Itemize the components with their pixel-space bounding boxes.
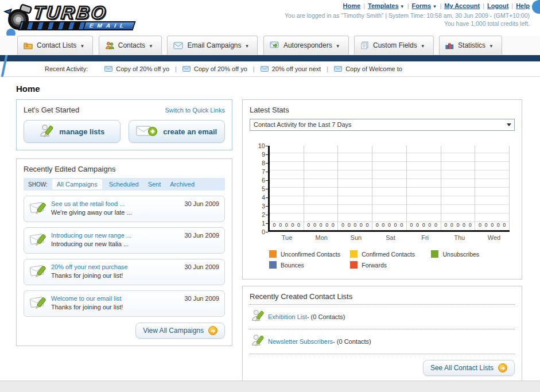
y-tick-label: 9 (262, 151, 265, 158)
top-nav-link-templates[interactable]: Templates (368, 2, 399, 9)
recent-activity-item[interactable]: 20% off your next (261, 65, 321, 72)
top-nav-link-logout[interactable]: Logout (487, 2, 508, 9)
bar-value: 0 (463, 222, 465, 228)
recent-activity-item[interactable]: Copy of 20% off yo (182, 65, 247, 72)
contact-list-link[interactable]: Exhibition List (268, 313, 307, 320)
page-title: Home (16, 84, 540, 94)
envelope-plus-icon (136, 124, 158, 139)
statistics-chart-icon (445, 38, 454, 56)
filter-sent[interactable]: Sent (148, 181, 161, 188)
tab-statistics[interactable]: Statistics▼ (439, 36, 502, 55)
filter-all-campaigns[interactable]: All Campaigns (52, 179, 102, 189)
campaign-title-link[interactable]: Introducing our new range ... (51, 232, 180, 239)
recent-activity-label: Recent Activity: (45, 65, 88, 72)
manage-lists-button[interactable]: manage lists (24, 120, 121, 143)
see-all-contact-lists-button[interactable]: See All Contact Lists ➜ (423, 360, 515, 376)
recent-contact-lists-panel: Recently Created Contact Lists Exhibitio… (242, 286, 522, 381)
contacts-people-icon (105, 38, 114, 56)
campaigns-title: Recently Edited Campaigns (24, 165, 225, 173)
chevron-down-icon: ▼ (489, 44, 494, 49)
y-tick-label: 2 (262, 211, 265, 218)
view-all-campaigns-button[interactable]: View All Campaigns ➜ (135, 323, 225, 339)
chevron-down-icon: ▼ (421, 44, 425, 49)
campaign-card[interactable]: Introducing our new range ... Introducin… (24, 227, 225, 254)
bar-value: 0 (332, 222, 335, 228)
chart-day-group: 00000 (338, 146, 372, 230)
filter-scheduled[interactable]: Scheduled (109, 181, 139, 188)
campaign-subtitle: Thanks for joining our list! (51, 272, 180, 279)
tab-autoresponders[interactable]: Autoresponders▼ (263, 36, 349, 55)
envelope-icon (182, 62, 191, 77)
right-column: Latest Stats Contact Activity for the La… (242, 99, 522, 381)
activity-separator: | (327, 65, 328, 72)
filter-archived[interactable]: Archived (170, 181, 195, 188)
y-tick-label: 3 (262, 203, 265, 209)
campaign-card[interactable]: 20% off your next purchase Thanks for jo… (24, 259, 225, 285)
chart-day-group: 00000 (441, 146, 476, 230)
bar-value: 0 (450, 222, 453, 228)
legend-item: Forwards (350, 261, 431, 269)
contact-list-count: - (0 Contacts) (307, 313, 345, 320)
chevron-down-icon (507, 123, 511, 126)
campaign-card[interactable]: See us at the retail food ... We're givi… (24, 196, 225, 222)
contact-list-link[interactable]: Newsletter Subscribers (268, 338, 333, 345)
tab-label: Contacts (118, 41, 145, 49)
dotted-divider (250, 354, 515, 354)
legend-swatch (269, 250, 277, 258)
tab-contacts[interactable]: Contacts▼ (99, 36, 162, 55)
bar-value: 0 (360, 222, 363, 228)
bar-value: 0 (410, 222, 413, 228)
nav-separator: | (440, 2, 441, 9)
chart-plot-area: 00000000000000000000000000000000000 (268, 146, 510, 232)
top-nav-link-my-account[interactable]: My Account (444, 2, 480, 9)
tab-label: Contact Lists (37, 41, 76, 49)
legend-swatch (350, 261, 358, 269)
campaign-title-link[interactable]: See us at the retail food ... (51, 200, 180, 207)
person-pencil-icon (39, 123, 54, 140)
top-nav-link-forms[interactable]: Forms (412, 2, 432, 9)
recent-activity-item[interactable]: Copy of 20% off yo (104, 65, 169, 72)
see-all-label: See All Contact Lists (430, 364, 494, 372)
campaign-title-link[interactable]: 20% off your next purchase (51, 263, 180, 270)
show-label: SHOW: (28, 181, 48, 188)
top-nav-link-home[interactable]: Home (343, 2, 361, 9)
x-tick-label: Mon (304, 234, 339, 241)
y-tick-label: 0 (262, 228, 265, 235)
bar-value: 0 (485, 222, 488, 228)
campaign-card[interactable]: Welcome to our email list Thanks for joi… (24, 290, 225, 317)
header-right: Home|Templates ▼|Forms ▼|My Account|Logo… (285, 2, 530, 27)
chart-day-group: 00000 (372, 146, 407, 230)
tab-email-campaigns[interactable]: Email Campaigns▼ (167, 36, 258, 55)
campaign-date: 30 Jun 2009 (184, 232, 219, 239)
envelope-pencil-icon (29, 200, 51, 218)
nav-separator: | (363, 2, 365, 9)
tab-contact-lists[interactable]: Contact Lists▼ (17, 36, 93, 55)
tab-custom-fields[interactable]: Custom Fields▼ (354, 36, 434, 55)
campaign-date: 30 Jun 2009 (184, 200, 219, 207)
chevron-down-icon: ▼ (431, 4, 437, 9)
x-tick-label: Fri (408, 234, 442, 241)
credits-info: You have 1,000 total credits left. (285, 20, 530, 27)
y-tick-label: 7 (262, 168, 265, 175)
activity-item-label: Copy of 20% off yo (194, 65, 247, 72)
bar-value: 0 (291, 222, 294, 228)
bar-value: 0 (285, 222, 288, 228)
person-pencil-icon (251, 333, 268, 350)
view-all-label: View All Campaigns (143, 327, 204, 335)
left-column: Let's Get Started Switch to Quick Links … (16, 99, 232, 346)
legend-swatch (350, 250, 358, 258)
email-envelope-icon (173, 38, 183, 56)
campaign-title-link[interactable]: Welcome to our email list (51, 295, 180, 302)
recent-activity-item[interactable]: Copy of Welcome to (334, 65, 402, 72)
create-email-button[interactable]: create an email (129, 120, 226, 143)
envelope-icon (104, 62, 112, 77)
tab-label: Custom Fields (373, 41, 417, 49)
stats-report-select[interactable]: Contact Activity for the Last 7 Days (250, 119, 515, 131)
top-nav-link-help[interactable]: Help (516, 2, 530, 9)
turbo-email-logo: TURBO EMAIL (3, 2, 144, 33)
activity-separator: | (175, 65, 177, 72)
switch-quick-links-link[interactable]: Switch to Quick Links (165, 107, 225, 114)
bar-value-labels: 00000 (304, 222, 338, 230)
bar-value: 0 (469, 222, 472, 228)
activity-item-label: Copy of 20% off yo (116, 65, 169, 72)
